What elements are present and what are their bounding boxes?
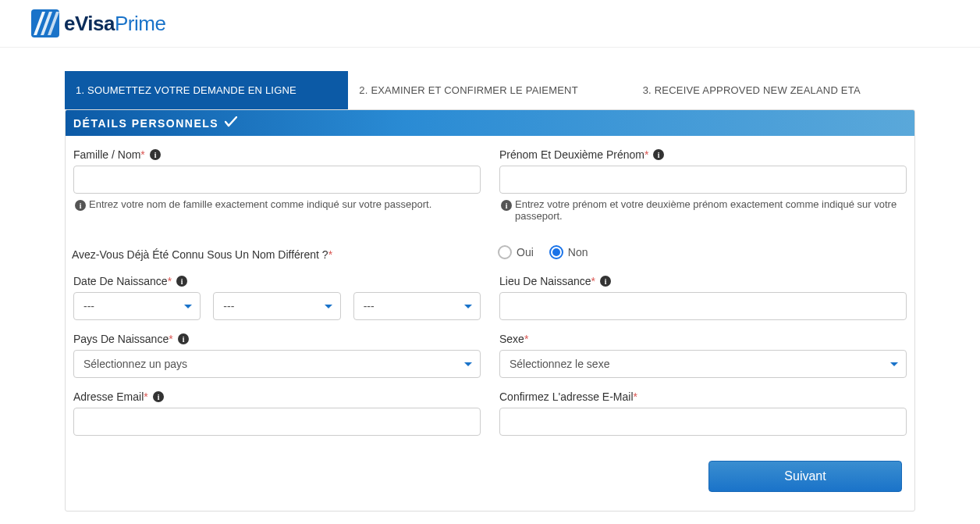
svg-text:i: i bbox=[157, 393, 159, 401]
known-by-other-radios: Oui Non bbox=[498, 245, 908, 264]
radio-oui-wrap[interactable]: Oui bbox=[498, 245, 534, 259]
required-icon: * bbox=[144, 390, 147, 403]
info-icon[interactable]: i bbox=[178, 333, 189, 344]
radio-non-wrap[interactable]: Non bbox=[549, 245, 588, 259]
dob-day-select[interactable]: --- bbox=[73, 292, 201, 320]
required-icon: * bbox=[169, 333, 172, 345]
required-icon: * bbox=[634, 390, 637, 403]
panel-title: DÉTAILS PERSONNELS bbox=[73, 117, 218, 130]
radio-non-label: Non bbox=[568, 246, 588, 258]
given-names-helper: i Entrez votre prénom et votre deuxième … bbox=[499, 198, 907, 222]
row-birth: Date De Naissance* i --- --- --- bbox=[72, 275, 908, 320]
row-names: Famille / Nom* i i Entrez votre nom de f… bbox=[72, 148, 908, 222]
given-names-label: Prénom Et Deuxième Prénom* i bbox=[499, 148, 907, 161]
step-indicator: 1. SOUMETTEZ VOTRE DEMANDE EN LIGNE 2. E… bbox=[65, 71, 915, 109]
brand-visa: Visa bbox=[75, 12, 115, 35]
required-icon: * bbox=[524, 333, 528, 345]
brand-logo-icon bbox=[31, 9, 59, 37]
dob-month-select[interactable]: --- bbox=[213, 292, 340, 320]
header: eVisaPrime bbox=[0, 0, 980, 48]
known-by-other-label: Avez-Vous Déjà Été Connu Sous Un Nom Dif… bbox=[72, 248, 482, 261]
sex-select[interactable]: Sélectionnez le sexe bbox=[499, 350, 907, 378]
personal-details-panel: DÉTAILS PERSONNELS Famille / Nom* i i En… bbox=[65, 109, 915, 512]
svg-text:i: i bbox=[80, 201, 82, 210]
family-name-input[interactable] bbox=[73, 166, 481, 194]
svg-text:i: i bbox=[182, 335, 184, 344]
row-known-by-other: Avez-Vous Déjà Été Connu Sous Un Nom Dif… bbox=[72, 245, 908, 264]
required-icon: * bbox=[328, 248, 332, 261]
dob-year-select[interactable]: --- bbox=[353, 292, 481, 320]
check-icon bbox=[225, 116, 237, 130]
family-name-helper: i Entrez votre nom de famille exactement… bbox=[73, 198, 481, 211]
info-icon[interactable]: i bbox=[153, 391, 164, 402]
svg-text:i: i bbox=[154, 151, 156, 159]
pob-label: Lieu De Naissance* i bbox=[499, 275, 907, 287]
given-names-input[interactable] bbox=[499, 166, 907, 194]
info-icon[interactable]: i bbox=[150, 149, 161, 160]
svg-text:i: i bbox=[658, 151, 660, 159]
brand-name: eVisaPrime bbox=[64, 12, 165, 36]
cob-select[interactable]: Sélectionnez un pays bbox=[73, 350, 481, 378]
info-icon: i bbox=[75, 200, 86, 211]
next-button[interactable]: Suivant bbox=[708, 461, 902, 492]
panel-body: Famille / Nom* i i Entrez votre nom de f… bbox=[66, 136, 914, 511]
brand-prime: Prime bbox=[115, 12, 165, 35]
email-confirm-label: Confirmez L'adresse E-Mail* bbox=[499, 390, 907, 403]
step-1[interactable]: 1. SOUMETTEZ VOTRE DEMANDE EN LIGNE bbox=[65, 71, 348, 109]
svg-text:i: i bbox=[181, 277, 183, 286]
step-3: 3. RECEIVE APPROVED NEW ZEALAND ETA bbox=[632, 71, 915, 109]
info-icon[interactable]: i bbox=[176, 276, 187, 287]
svg-text:i: i bbox=[605, 277, 607, 286]
required-icon: * bbox=[168, 275, 172, 287]
brand-e: e bbox=[64, 12, 75, 35]
row-country-sex: Pays De Naissance* i Sélectionnez un pay… bbox=[72, 333, 908, 378]
dob-label: Date De Naissance* i bbox=[73, 275, 481, 287]
required-icon: * bbox=[591, 275, 595, 287]
row-email: Adresse Email* i Confirmez L'adresse E-M… bbox=[72, 390, 908, 436]
email-input[interactable] bbox=[73, 408, 481, 436]
svg-text:i: i bbox=[506, 201, 508, 210]
pob-input[interactable] bbox=[499, 292, 907, 320]
email-label: Adresse Email* i bbox=[73, 390, 481, 403]
main-container: 1. SOUMETTEZ VOTRE DEMANDE EN LIGNE 2. E… bbox=[57, 48, 923, 524]
required-icon: * bbox=[644, 148, 648, 161]
panel-header: DÉTAILS PERSONNELS bbox=[66, 110, 914, 136]
radio-oui[interactable] bbox=[498, 245, 512, 259]
cob-label: Pays De Naissance* i bbox=[73, 333, 481, 345]
brand-logo[interactable]: eVisaPrime bbox=[31, 9, 949, 37]
info-icon: i bbox=[501, 200, 512, 211]
info-icon[interactable]: i bbox=[653, 149, 664, 160]
radio-non[interactable] bbox=[549, 245, 563, 259]
dob-selects: --- --- --- bbox=[73, 292, 481, 320]
info-icon[interactable]: i bbox=[600, 276, 611, 287]
family-name-label: Famille / Nom* i bbox=[73, 148, 481, 161]
button-row: Suivant bbox=[72, 448, 908, 492]
sex-label: Sexe* bbox=[499, 333, 907, 345]
required-icon: * bbox=[140, 148, 144, 161]
step-2: 2. EXAMINER ET CONFIRMER LE PAIEMENT bbox=[348, 71, 631, 109]
radio-oui-label: Oui bbox=[517, 246, 534, 258]
email-confirm-input[interactable] bbox=[499, 408, 907, 436]
